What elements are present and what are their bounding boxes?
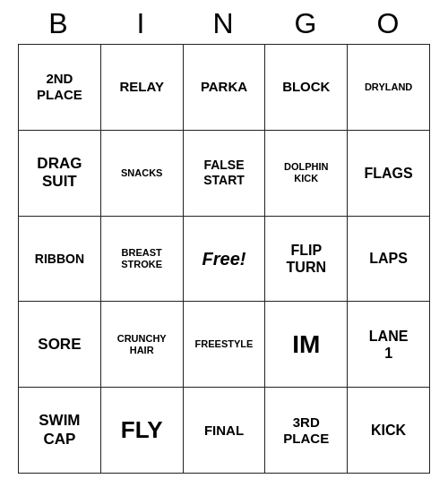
cell-r0-c1: RELAY <box>101 45 184 131</box>
cell-r1-c0: DRAGSUIT <box>19 131 101 217</box>
cell-r4-c4: KICK <box>348 388 430 474</box>
header-n: N <box>186 7 262 40</box>
cell-r4-c3: 3RDPLACE <box>265 388 348 474</box>
cell-r2-c4: LAPS <box>348 217 430 303</box>
cell-r3-c4: LANE1 <box>348 302 430 388</box>
cell-r1-c1: SNACKS <box>101 131 184 217</box>
cell-r2-c2: Free! <box>184 217 266 303</box>
cell-r4-c1: FLY <box>101 388 184 474</box>
bingo-header: B I N G O <box>18 0 430 44</box>
header-g: G <box>269 7 344 40</box>
cell-r0-c3: BLOCK <box>265 45 348 131</box>
header-i: I <box>104 7 179 40</box>
cell-r1-c4: FLAGS <box>348 131 430 217</box>
header-b: B <box>22 7 97 40</box>
cell-r3-c3: IM <box>265 302 348 388</box>
cell-r3-c2: FREESTYLE <box>184 302 266 388</box>
cell-r0-c0: 2NDPLACE <box>19 45 101 131</box>
cell-r1-c3: DOLPHINKICK <box>265 131 348 217</box>
cell-r2-c1: BREASTSTROKE <box>101 217 184 303</box>
cell-r0-c2: PARKA <box>184 45 266 131</box>
bingo-grid: 2NDPLACERELAYPARKABLOCKDRYLANDDRAGSUITSN… <box>18 44 430 474</box>
cell-r3-c0: SORE <box>19 302 101 388</box>
cell-r2-c0: RIBBON <box>19 217 101 303</box>
cell-r3-c1: CRUNCHYHAIR <box>101 302 184 388</box>
cell-r2-c3: FLIPTURN <box>265 217 348 303</box>
cell-r4-c2: FINAL <box>184 388 266 474</box>
cell-r0-c4: DRYLAND <box>348 45 430 131</box>
cell-r1-c2: FALSESTART <box>184 131 266 217</box>
cell-r4-c0: SWIMCAP <box>19 388 101 474</box>
header-o: O <box>351 7 426 40</box>
